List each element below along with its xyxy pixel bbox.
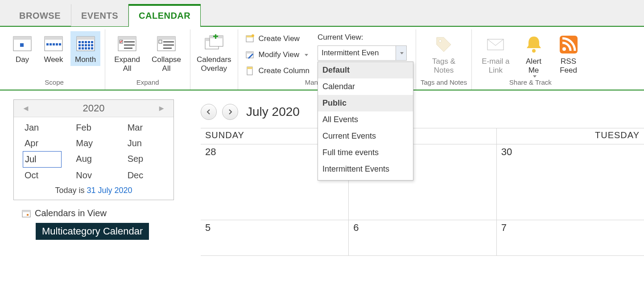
month-sep[interactable]: Sep — [126, 151, 165, 168]
group-manage-views: Create View Modify View Create Column — [238, 29, 416, 90]
modify-view-icon — [245, 50, 255, 60]
month-may[interactable]: May — [74, 136, 113, 151]
month-dec[interactable]: Dec — [126, 168, 165, 183]
view-menu-full-time[interactable]: Full time events — [318, 144, 413, 161]
chevron-down-icon[interactable] — [396, 46, 406, 60]
mini-cal-year: 2020 — [83, 103, 105, 114]
month-oct[interactable]: Oct — [23, 168, 62, 183]
svg-rect-7 — [53, 43, 55, 45]
big-cal-prev[interactable] — [201, 104, 217, 120]
svg-rect-6 — [50, 43, 52, 45]
svg-rect-49 — [246, 52, 253, 53]
expand-all-icon — [117, 34, 137, 53]
group-share-track-label: Share & Track — [509, 78, 552, 88]
svg-rect-23 — [82, 47, 84, 49]
day-header-tuesday: TUESDAY — [496, 128, 644, 144]
rss-feed-button[interactable]: RSS Feed — [553, 31, 585, 74]
rss-icon — [558, 34, 579, 55]
expand-all-label: Expand All — [114, 55, 140, 73]
mini-cal-prev[interactable]: ◄ — [22, 104, 30, 113]
svg-rect-19 — [85, 44, 87, 46]
cal-cell[interactable]: 5 — [201, 220, 348, 256]
create-column-label: Create Column — [259, 66, 310, 75]
svg-rect-34 — [157, 37, 175, 40]
svg-rect-22 — [78, 47, 81, 49]
month-feb[interactable]: Feb — [74, 120, 113, 136]
scope-day-button[interactable]: Day — [8, 31, 37, 66]
svg-rect-26 — [91, 47, 93, 49]
svg-rect-12 — [78, 41, 81, 43]
create-column-icon — [245, 66, 255, 76]
create-column-button[interactable]: Create Column — [243, 65, 312, 77]
calendars-overlay-button[interactable]: Calendars Overlay — [192, 31, 236, 74]
month-apr[interactable]: Apr — [23, 136, 62, 151]
month-aug[interactable]: Aug — [74, 151, 113, 168]
svg-rect-31 — [124, 45, 135, 45]
calendar-small-icon — [21, 209, 31, 218]
tab-bar: BROWSE EVENTS CALENDAR — [0, 0, 644, 27]
svg-rect-21 — [91, 44, 93, 46]
month-nov[interactable]: Nov — [74, 168, 113, 183]
svg-rect-5 — [46, 43, 49, 45]
calendars-in-view-header: Calendars in View — [21, 208, 174, 218]
svg-rect-4 — [45, 37, 62, 40]
tab-browse[interactable]: BROWSE — [9, 4, 71, 26]
svg-rect-13 — [82, 41, 84, 43]
svg-point-52 — [439, 40, 442, 42]
month-mar[interactable]: Mar — [126, 120, 165, 136]
group-tags-notes-label: Tags and Notes — [421, 78, 467, 88]
mini-cal-next[interactable]: ► — [157, 104, 165, 113]
chevron-down-icon — [305, 54, 308, 56]
tags-notes-button[interactable]: Tags & Notes — [427, 31, 461, 74]
svg-rect-51 — [247, 67, 252, 69]
group-scope: Day Week — [4, 29, 105, 90]
create-view-label: Create View — [259, 34, 300, 43]
svg-point-56 — [562, 47, 566, 51]
collapse-all-label: Collapse All — [152, 55, 181, 73]
create-view-button[interactable]: Create View — [243, 33, 312, 45]
tab-events[interactable]: EVENTS — [71, 4, 128, 26]
current-view-value: Intermittent Even — [322, 49, 379, 58]
month-jul[interactable]: Jul — [23, 151, 62, 168]
calendars-in-view-item[interactable]: Multicategory Calendar — [36, 223, 149, 240]
current-view-label: Current View: — [318, 33, 407, 42]
tag-icon — [433, 34, 454, 55]
today-date-link[interactable]: 31 July 2020 — [87, 186, 132, 195]
svg-rect-17 — [78, 44, 81, 46]
view-menu-all-events[interactable]: All Events — [318, 111, 413, 128]
big-cal-next[interactable] — [222, 104, 238, 120]
tab-calendar[interactable]: CALENDAR — [128, 4, 201, 27]
alert-me-button[interactable]: Alert Me — [518, 31, 550, 78]
email-link-button[interactable]: E-mail a Link — [476, 31, 515, 74]
current-view-select[interactable]: Intermittent Even — [318, 45, 407, 61]
bell-icon — [523, 34, 545, 55]
modify-view-button[interactable]: Modify View — [243, 49, 312, 61]
month-jan[interactable]: Jan — [23, 120, 62, 136]
month-jun[interactable]: Jun — [126, 136, 165, 151]
group-share-track: E-mail a Link Alert Me RSS Feed Share & … — [472, 29, 589, 90]
svg-point-54 — [532, 49, 536, 53]
view-menu-intermittent[interactable]: Intermittent Events — [318, 161, 413, 177]
svg-rect-18 — [82, 44, 84, 46]
group-expand: Expand All Collapse All Expand — [105, 29, 190, 90]
view-menu-current-events[interactable]: Current Events — [318, 128, 413, 144]
expand-all-button[interactable]: Expand All — [110, 31, 144, 74]
svg-point-47 — [252, 34, 254, 37]
scope-week-button[interactable]: Week — [39, 31, 68, 66]
mini-calendar: ◄ 2020 ► Jan Feb Mar Apr May Jun Jul Aug… — [13, 99, 174, 240]
calendars-in-view-label: Calendars in View — [35, 208, 107, 218]
scope-month-label: Month — [75, 55, 96, 64]
view-menu-calendar[interactable]: Calendar — [318, 78, 413, 95]
svg-rect-44 — [213, 36, 218, 37]
scope-day-label: Day — [16, 55, 29, 64]
group-scope-label: Scope — [45, 78, 64, 88]
create-view-icon — [245, 34, 255, 44]
email-link-label: E-mail a Link — [482, 57, 509, 74]
collapse-all-button[interactable]: Collapse All — [147, 31, 186, 74]
svg-rect-36 — [163, 41, 174, 42]
scope-month-button[interactable]: Month — [70, 31, 100, 66]
group-tags-notes: Tags & Notes Tags and Notes — [416, 29, 472, 90]
cal-cell[interactable]: 30 — [496, 144, 644, 220]
cal-cell[interactable]: 6 — [348, 220, 496, 256]
cal-cell[interactable]: 7 — [496, 220, 644, 256]
